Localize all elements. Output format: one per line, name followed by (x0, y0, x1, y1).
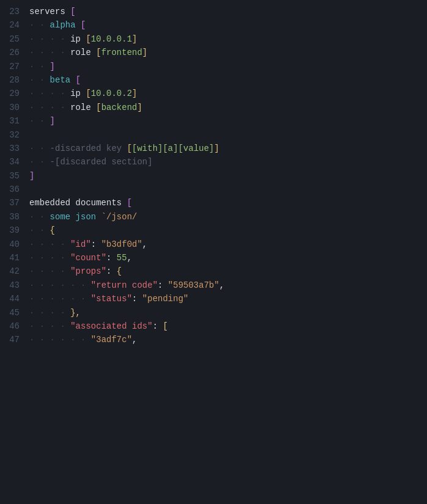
line-code (29, 183, 427, 196)
line-number: 32 (0, 128, 29, 142)
indent-dots: · · · · (29, 48, 70, 57)
line-number: 46 (0, 320, 29, 333)
line-code: · · · · ip [10.0.0.2] (29, 87, 427, 100)
code-token: "3adf7c" (91, 335, 132, 345)
code-token: [ (127, 198, 132, 208)
code-token: [ (70, 7, 75, 16)
line-code: · · some json `/json/ (29, 210, 427, 224)
code-line: 44· · · · · · "status": "pending" (0, 292, 427, 305)
code-token: some json (50, 212, 101, 222)
line-code (29, 128, 427, 142)
line-number: 40 (0, 238, 29, 251)
code-token: "pending" (142, 294, 189, 304)
code-line: 34· · -[discarded section] (0, 155, 427, 169)
code-token: { (50, 225, 55, 235)
code-token: ] (137, 103, 142, 112)
code-line: 46· · · · "associated ids": [ (0, 320, 427, 333)
line-number: 42 (0, 265, 29, 278)
code-token: ] (132, 89, 137, 98)
line-code: · · -[discarded section] (29, 155, 427, 169)
line-code: ] (29, 169, 427, 183)
code-token: [ (96, 48, 101, 57)
indent-dots: · · · · (29, 266, 70, 276)
code-token: : (106, 266, 117, 276)
code-line: 32 (0, 128, 427, 142)
indent-dots: · · (29, 116, 50, 126)
indent-dots: · · · · (29, 308, 70, 318)
indent-dots: · · · · (29, 321, 70, 331)
code-token: [ (162, 321, 167, 331)
line-code: · · beta [ (29, 73, 427, 87)
code-token: [a] (162, 144, 178, 153)
code-token: role (70, 48, 96, 57)
code-line: 37embedded documents [ (0, 196, 427, 210)
indent-dots: · · (29, 144, 50, 153)
code-token: "status" (91, 294, 132, 304)
code-line: 25· · · · ip [10.0.0.1] (0, 32, 427, 46)
code-token: "associated ids" (70, 321, 152, 331)
code-token: role (70, 103, 96, 112)
code-line: 27· · ] (0, 60, 427, 73)
code-line: 42· · · · "props": { (0, 265, 427, 278)
code-token: , (132, 335, 137, 345)
code-token: ip (70, 34, 86, 44)
code-token: - (50, 157, 55, 167)
code-line: 24· · alpha [ (0, 18, 427, 32)
code-token: : (106, 253, 117, 263)
code-line: 23servers [ (0, 5, 427, 18)
code-token: , (127, 253, 132, 263)
code-editor: 23servers [24· · alpha [25· · · · ip [10… (0, 0, 427, 352)
indent-dots: · · · · (29, 34, 70, 44)
line-code: · · · · · · "return code": "59503a7b", (29, 279, 427, 292)
indent-dots: · · (29, 20, 50, 30)
code-token: "b3df0d" (101, 239, 142, 249)
code-token: [ (76, 75, 81, 85)
code-token: { (117, 266, 122, 276)
code-token: [ (96, 103, 101, 112)
code-token: ] (29, 171, 34, 181)
code-token: 10.0.0.1 (91, 34, 132, 44)
line-number: 24 (0, 18, 29, 32)
line-number: 38 (0, 210, 29, 224)
indent-dots: · · (29, 157, 50, 167)
line-code: servers [ (29, 5, 427, 18)
line-number: 29 (0, 87, 29, 100)
code-line: 38· · some json `/json/ (0, 210, 427, 224)
code-token: -discarded key (50, 144, 127, 153)
line-number: 45 (0, 306, 29, 320)
line-code: · · · · "props": { (29, 265, 427, 278)
code-token: [ (127, 144, 132, 153)
indent-dots: · · · · (29, 103, 70, 112)
line-number: 27 (0, 60, 29, 73)
line-number: 47 (0, 333, 29, 346)
code-token: [value] (178, 144, 214, 153)
code-token: backend (101, 103, 137, 112)
code-token: [ (86, 34, 90, 44)
indent-dots: · · (29, 212, 50, 222)
code-line: 41· · · · "count": 55, (0, 251, 427, 265)
indent-dots: · · (29, 75, 50, 85)
code-token: "return code" (91, 280, 158, 290)
line-code: · · · · · · "3adf7c", (29, 333, 427, 346)
indent-dots: · · (29, 62, 50, 71)
code-line: 45· · · · }, (0, 306, 427, 320)
code-line: 35] (0, 169, 427, 183)
code-line: 30· · · · role [backend] (0, 101, 427, 114)
indent-dots: · · · · (29, 253, 70, 263)
code-token: ] (50, 62, 55, 71)
line-number: 26 (0, 46, 29, 59)
code-token: ] (132, 34, 137, 44)
code-line: 43· · · · · · "return code": "59503a7b", (0, 279, 427, 292)
code-token: beta (50, 75, 76, 85)
line-code: · · ] (29, 60, 427, 73)
line-code: · · { (29, 224, 427, 237)
line-code: · · · · "associated ids": [ (29, 320, 427, 333)
code-line: 40· · · · "id": "b3df0d", (0, 238, 427, 251)
code-token: ip (70, 89, 86, 98)
indent-dots: · · (29, 225, 50, 235)
code-line: 36 (0, 183, 427, 196)
line-code: · · · · "count": 55, (29, 251, 427, 265)
code-token: : (153, 321, 163, 331)
code-token: 10.0.0.2 (91, 89, 132, 98)
code-token: ] (142, 48, 147, 57)
